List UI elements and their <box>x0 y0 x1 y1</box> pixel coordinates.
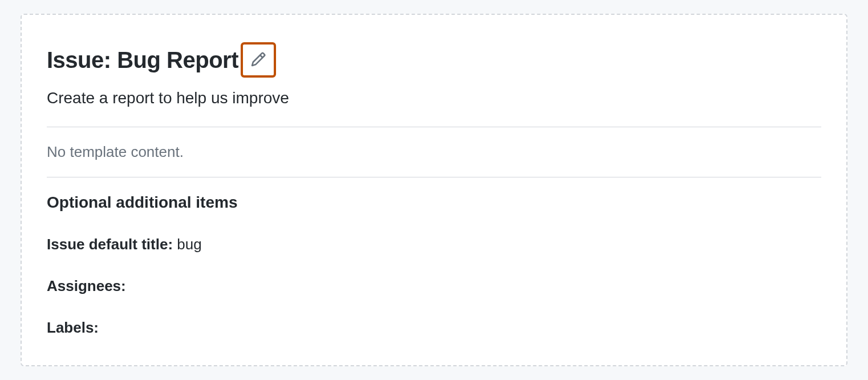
title-row: Issue: Bug Report <box>47 42 821 78</box>
assignees-label: Assignees: <box>47 277 126 294</box>
assignees-row: Assignees: <box>47 277 821 295</box>
optional-heading: Optional additional items <box>47 193 821 212</box>
template-description: Create a report to help us improve <box>47 89 821 107</box>
default-title-row: Issue default title: bug <box>47 236 821 253</box>
no-template-content: No template content. <box>47 143 821 161</box>
labels-label: Labels: <box>47 319 99 336</box>
pencil-icon <box>250 51 266 69</box>
default-title-value: bug <box>177 236 201 253</box>
issue-template-card: Issue: Bug Report Create a report to hel… <box>21 14 847 366</box>
page-title: Issue: Bug Report <box>47 47 238 72</box>
divider <box>47 127 821 127</box>
edit-button[interactable] <box>241 42 276 78</box>
default-title-label: Issue default title: <box>47 236 173 253</box>
divider <box>47 177 821 177</box>
labels-row: Labels: <box>47 319 821 337</box>
